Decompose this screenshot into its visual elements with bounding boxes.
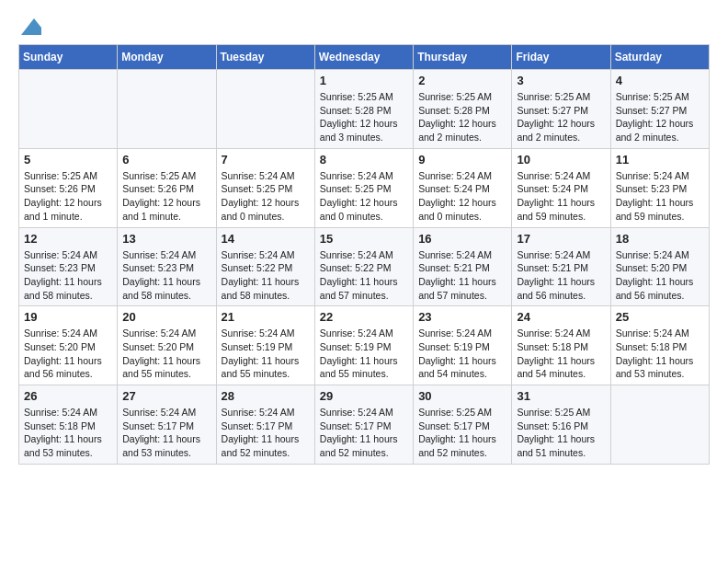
- day-number: 10: [517, 153, 605, 167]
- calendar-cell: 18Sunrise: 5:24 AMSunset: 5:20 PMDayligh…: [610, 227, 709, 306]
- calendar-cell: 24Sunrise: 5:24 AMSunset: 5:18 PMDayligh…: [512, 306, 610, 385]
- day-number: 21: [222, 310, 310, 324]
- calendar-cell: 5Sunrise: 5:25 AMSunset: 5:26 PMDaylight…: [19, 148, 118, 227]
- day-number: 20: [122, 310, 210, 324]
- calendar-week-row: 19Sunrise: 5:24 AMSunset: 5:20 PMDayligh…: [19, 306, 710, 385]
- calendar-cell: 12Sunrise: 5:24 AMSunset: 5:23 PMDayligh…: [19, 227, 118, 306]
- calendar-week-row: 5Sunrise: 5:25 AMSunset: 5:26 PMDaylight…: [19, 148, 710, 227]
- day-number: 11: [616, 153, 704, 167]
- day-number: 6: [122, 153, 210, 167]
- day-info: Sunrise: 5:24 AMSunset: 5:23 PMDaylight:…: [122, 248, 210, 303]
- day-info: Sunrise: 5:25 AMSunset: 5:27 PMDaylight:…: [517, 90, 605, 144]
- calendar-cell: 27Sunrise: 5:24 AMSunset: 5:17 PMDayligh…: [118, 385, 216, 465]
- calendar-cell: 13Sunrise: 5:24 AMSunset: 5:23 PMDayligh…: [118, 227, 216, 306]
- day-info: Sunrise: 5:24 AMSunset: 5:19 PMDaylight:…: [320, 327, 408, 381]
- svg-marker-0: [21, 18, 41, 35]
- day-number: 5: [24, 153, 112, 167]
- day-info: Sunrise: 5:24 AMSunset: 5:18 PMDaylight:…: [616, 327, 704, 381]
- calendar-cell: 9Sunrise: 5:24 AMSunset: 5:24 PMDaylight…: [414, 148, 512, 227]
- day-info: Sunrise: 5:24 AMSunset: 5:25 PMDaylight:…: [222, 169, 310, 224]
- calendar-cell: 15Sunrise: 5:24 AMSunset: 5:22 PMDayligh…: [314, 227, 413, 306]
- calendar-cell: 8Sunrise: 5:24 AMSunset: 5:25 PMDaylight…: [314, 148, 413, 227]
- page-header: [18, 18, 710, 35]
- day-info: Sunrise: 5:24 AMSunset: 5:17 PMDaylight:…: [222, 406, 310, 460]
- calendar-cell: 16Sunrise: 5:24 AMSunset: 5:21 PMDayligh…: [414, 227, 512, 306]
- day-number: 17: [517, 232, 605, 246]
- day-info: Sunrise: 5:24 AMSunset: 5:19 PMDaylight:…: [418, 327, 506, 381]
- day-info: Sunrise: 5:24 AMSunset: 5:17 PMDaylight:…: [122, 406, 210, 460]
- day-number: 1: [320, 74, 408, 87]
- calendar-cell: 4Sunrise: 5:25 AMSunset: 5:27 PMDaylight…: [610, 70, 709, 149]
- day-info: Sunrise: 5:24 AMSunset: 5:22 PMDaylight:…: [222, 248, 310, 303]
- day-number: 25: [616, 310, 704, 324]
- calendar-cell: 21Sunrise: 5:24 AMSunset: 5:19 PMDayligh…: [216, 306, 314, 385]
- calendar-cell: 20Sunrise: 5:24 AMSunset: 5:20 PMDayligh…: [118, 306, 216, 385]
- calendar-cell: 10Sunrise: 5:24 AMSunset: 5:24 PMDayligh…: [512, 148, 610, 227]
- weekday-header: Monday: [118, 45, 216, 70]
- calendar-week-row: 26Sunrise: 5:24 AMSunset: 5:18 PMDayligh…: [19, 385, 710, 465]
- day-info: Sunrise: 5:24 AMSunset: 5:17 PMDaylight:…: [320, 406, 408, 460]
- day-info: Sunrise: 5:25 AMSunset: 5:16 PMDaylight:…: [517, 406, 605, 460]
- day-number: 2: [418, 74, 506, 87]
- calendar-cell: 25Sunrise: 5:24 AMSunset: 5:18 PMDayligh…: [610, 306, 709, 385]
- day-number: 26: [24, 389, 112, 403]
- calendar-cell: [19, 70, 118, 149]
- calendar-cell: 31Sunrise: 5:25 AMSunset: 5:16 PMDayligh…: [512, 385, 610, 465]
- logo-icon: [21, 18, 41, 35]
- calendar-cell: 1Sunrise: 5:25 AMSunset: 5:28 PMDaylight…: [314, 70, 413, 149]
- calendar-cell: 19Sunrise: 5:24 AMSunset: 5:20 PMDayligh…: [19, 306, 118, 385]
- calendar-cell: 23Sunrise: 5:24 AMSunset: 5:19 PMDayligh…: [414, 306, 512, 385]
- calendar-cell: 7Sunrise: 5:24 AMSunset: 5:25 PMDaylight…: [216, 148, 314, 227]
- day-number: 14: [222, 232, 310, 246]
- calendar-cell: 2Sunrise: 5:25 AMSunset: 5:28 PMDaylight…: [414, 70, 512, 149]
- day-info: Sunrise: 5:24 AMSunset: 5:22 PMDaylight:…: [320, 248, 408, 303]
- calendar-week-row: 1Sunrise: 5:25 AMSunset: 5:28 PMDaylight…: [19, 70, 710, 149]
- calendar-cell: 26Sunrise: 5:24 AMSunset: 5:18 PMDayligh…: [19, 385, 118, 465]
- day-info: Sunrise: 5:24 AMSunset: 5:19 PMDaylight:…: [222, 327, 310, 381]
- day-info: Sunrise: 5:24 AMSunset: 5:18 PMDaylight:…: [517, 327, 605, 381]
- day-number: 29: [320, 389, 408, 403]
- day-info: Sunrise: 5:24 AMSunset: 5:24 PMDaylight:…: [517, 169, 605, 224]
- day-info: Sunrise: 5:24 AMSunset: 5:21 PMDaylight:…: [517, 248, 605, 303]
- day-number: 24: [517, 310, 605, 324]
- day-number: 7: [222, 153, 310, 167]
- day-info: Sunrise: 5:24 AMSunset: 5:18 PMDaylight:…: [24, 406, 112, 460]
- calendar-cell: 29Sunrise: 5:24 AMSunset: 5:17 PMDayligh…: [314, 385, 413, 465]
- weekday-header: Sunday: [19, 45, 118, 70]
- day-info: Sunrise: 5:24 AMSunset: 5:20 PMDaylight:…: [24, 327, 112, 381]
- day-number: 19: [24, 310, 112, 324]
- day-number: 31: [517, 389, 605, 403]
- day-number: 23: [418, 310, 506, 324]
- day-info: Sunrise: 5:24 AMSunset: 5:21 PMDaylight:…: [418, 248, 506, 303]
- weekday-header: Saturday: [610, 45, 709, 70]
- day-info: Sunrise: 5:25 AMSunset: 5:28 PMDaylight:…: [418, 90, 506, 144]
- calendar-cell: 14Sunrise: 5:24 AMSunset: 5:22 PMDayligh…: [216, 227, 314, 306]
- day-info: Sunrise: 5:24 AMSunset: 5:24 PMDaylight:…: [418, 169, 506, 224]
- weekday-header: Thursday: [414, 45, 512, 70]
- day-info: Sunrise: 5:25 AMSunset: 5:17 PMDaylight:…: [418, 406, 506, 460]
- day-number: 4: [616, 74, 704, 87]
- day-number: 12: [24, 232, 112, 246]
- calendar-cell: 6Sunrise: 5:25 AMSunset: 5:26 PMDaylight…: [118, 148, 216, 227]
- calendar-cell: [610, 385, 709, 465]
- day-info: Sunrise: 5:24 AMSunset: 5:20 PMDaylight:…: [616, 248, 704, 303]
- calendar-cell: 11Sunrise: 5:24 AMSunset: 5:23 PMDayligh…: [610, 148, 709, 227]
- calendar-cell: 17Sunrise: 5:24 AMSunset: 5:21 PMDayligh…: [512, 227, 610, 306]
- day-number: 18: [616, 232, 704, 246]
- weekday-header: Friday: [512, 45, 610, 70]
- calendar-cell: 3Sunrise: 5:25 AMSunset: 5:27 PMDaylight…: [512, 70, 610, 149]
- day-number: 30: [418, 389, 506, 403]
- day-number: 3: [517, 74, 605, 87]
- day-info: Sunrise: 5:24 AMSunset: 5:23 PMDaylight:…: [616, 169, 704, 224]
- logo: [18, 18, 41, 35]
- calendar-cell: [118, 70, 216, 149]
- day-number: 13: [122, 232, 210, 246]
- day-info: Sunrise: 5:25 AMSunset: 5:26 PMDaylight:…: [24, 169, 112, 224]
- day-number: 28: [222, 389, 310, 403]
- day-info: Sunrise: 5:24 AMSunset: 5:20 PMDaylight:…: [122, 327, 210, 381]
- day-info: Sunrise: 5:25 AMSunset: 5:28 PMDaylight:…: [320, 90, 408, 144]
- day-info: Sunrise: 5:25 AMSunset: 5:26 PMDaylight:…: [122, 169, 210, 224]
- calendar-week-row: 12Sunrise: 5:24 AMSunset: 5:23 PMDayligh…: [19, 227, 710, 306]
- calendar-cell: 30Sunrise: 5:25 AMSunset: 5:17 PMDayligh…: [414, 385, 512, 465]
- weekday-header: Tuesday: [216, 45, 314, 70]
